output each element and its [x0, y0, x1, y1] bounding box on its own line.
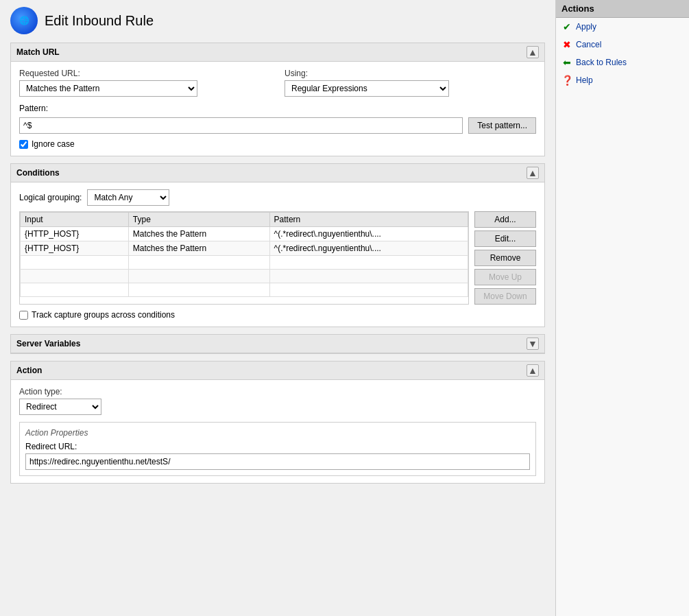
- action-type-select[interactable]: Redirect Rewrite Custom Response Abort R…: [19, 399, 101, 415]
- pattern-input[interactable]: [19, 117, 463, 134]
- table-row-empty-3: [21, 283, 468, 297]
- table-row-empty-2: [21, 270, 468, 283]
- page-header: 🌐 Edit Inbound Rule: [10, 7, 545, 34]
- server-variables-toggle[interactable]: ▼: [527, 337, 539, 350]
- requested-url-select[interactable]: Matches the Pattern Does Not Match the P…: [19, 80, 197, 97]
- track-checkbox[interactable]: [19, 311, 28, 320]
- conditions-buttons: Add... Edit... Remove Move Up Move Down: [474, 211, 536, 305]
- row1-pattern: ^(.*redirect\.nguyentienthu\....: [269, 227, 468, 241]
- track-row: Track capture groups across conditions: [19, 310, 536, 320]
- table-row[interactable]: {HTTP_HOST} Matches the Pattern ^(.*redi…: [21, 241, 468, 256]
- server-variables-section: Server Variables ▼: [10, 334, 545, 354]
- action-section: Action ▲ Action type: Redirect Rewrite C…: [10, 361, 545, 484]
- edit-condition-button[interactable]: Edit...: [474, 230, 536, 247]
- ignore-case-checkbox[interactable]: [19, 140, 28, 149]
- server-variables-title: Server Variables: [16, 339, 80, 348]
- conditions-section: Conditions ▲ Logical grouping: Match All…: [10, 163, 545, 327]
- sidebar-item-back-to-rules[interactable]: ⬅ Back to Rules: [556, 54, 689, 71]
- conditions-data-table: Input Type Pattern {HTTP_HOST} Matches t…: [20, 212, 468, 297]
- col-type: Type: [128, 213, 269, 227]
- pattern-row: Test pattern...: [19, 117, 536, 134]
- using-select[interactable]: Regular Expressions Wildcards Exact Matc…: [285, 80, 449, 97]
- row2-type: Matches the Pattern: [128, 241, 269, 256]
- col-pattern: Pattern: [269, 213, 468, 227]
- conditions-header: Conditions ▲: [11, 164, 544, 182]
- row1-input: {HTTP_HOST}: [21, 227, 129, 241]
- cancel-icon: ✖: [561, 39, 572, 50]
- table-row[interactable]: {HTTP_HOST} Matches the Pattern ^(.*redi…: [21, 227, 468, 241]
- sidebar-item-cancel[interactable]: ✖ Cancel: [556, 36, 689, 54]
- redirect-url-input[interactable]: [25, 453, 530, 470]
- conditions-header-row: Input Type Pattern: [21, 213, 468, 227]
- row1-type: Matches the Pattern: [128, 227, 269, 241]
- match-url-body: Requested URL: Matches the Pattern Does …: [11, 62, 544, 156]
- action-header: Action ▲: [11, 362, 544, 380]
- redirect-url-label: Redirect URL:: [25, 442, 77, 451]
- table-row-empty-1: [21, 256, 468, 270]
- back-label: Back to Rules: [576, 58, 627, 67]
- using-label: Using:: [285, 69, 536, 78]
- page-title: Edit Inbound Rule: [45, 13, 154, 29]
- conditions-toggle[interactable]: ▲: [527, 167, 539, 179]
- sidebar-item-apply[interactable]: ✔ Apply: [556, 18, 689, 36]
- logical-group-label: Logical grouping:: [19, 193, 82, 202]
- using-group: Using: Regular Expressions Wildcards Exa…: [285, 69, 536, 97]
- pattern-group: Pattern:: [19, 104, 536, 113]
- move-down-button[interactable]: Move Down: [474, 288, 536, 305]
- conditions-table: Input Type Pattern {HTTP_HOST} Matches t…: [19, 211, 469, 305]
- sidebar-header: Actions: [556, 0, 689, 18]
- track-label: Track capture groups across conditions: [32, 310, 175, 320]
- action-properties-title: Action Properties: [25, 428, 530, 438]
- match-url-section: Match URL ▲ Requested URL: Matches the P…: [10, 43, 545, 156]
- action-body: Action type: Redirect Rewrite Custom Res…: [11, 380, 544, 483]
- conditions-table-wrap: Input Type Pattern {HTTP_HOST} Matches t…: [19, 211, 536, 305]
- cancel-label: Cancel: [576, 40, 601, 49]
- apply-label: Apply: [576, 22, 596, 32]
- row2-input: {HTTP_HOST}: [21, 241, 129, 256]
- action-properties-box: Action Properties Redirect URL:: [19, 422, 536, 476]
- main-content: 🌐 Edit Inbound Rule Match URL ▲ Requeste…: [0, 0, 555, 616]
- requested-url-group: Requested URL: Matches the Pattern Does …: [19, 69, 271, 97]
- ignore-case-label: Ignore case: [32, 139, 75, 149]
- requested-url-label: Requested URL:: [19, 69, 271, 78]
- conditions-title: Conditions: [16, 168, 60, 178]
- conditions-body: Logical grouping: Match All Match Any In…: [11, 182, 544, 327]
- page-icon: 🌐: [10, 7, 38, 34]
- pattern-label: Pattern:: [19, 104, 48, 113]
- help-label: Help: [576, 75, 593, 85]
- move-up-button[interactable]: Move Up: [474, 269, 536, 285]
- apply-icon: ✔: [561, 21, 572, 32]
- action-toggle[interactable]: ▲: [527, 364, 539, 377]
- action-title: Action: [16, 366, 42, 375]
- server-variables-header: Server Variables ▼: [11, 335, 544, 353]
- match-url-header: Match URL ▲: [11, 43, 544, 62]
- match-url-title: Match URL: [16, 47, 60, 57]
- conditions-tbody: {HTTP_HOST} Matches the Pattern ^(.*redi…: [21, 227, 468, 297]
- match-url-toggle[interactable]: ▲: [527, 46, 539, 58]
- url-using-row: Requested URL: Matches the Pattern Does …: [19, 69, 536, 97]
- col-input: Input: [21, 213, 129, 227]
- ignore-case-row: Ignore case: [19, 139, 536, 149]
- page-icon-glyph: 🌐: [19, 16, 29, 25]
- action-type-label: Action type:: [19, 387, 536, 396]
- action-type-group: Action type: Redirect Rewrite Custom Res…: [19, 387, 536, 415]
- back-icon: ⬅: [561, 57, 572, 68]
- help-icon: ❓: [561, 75, 572, 86]
- sidebar: Actions ✔ Apply ✖ Cancel ⬅ Back to Rules…: [555, 0, 689, 616]
- remove-condition-button[interactable]: Remove: [474, 250, 536, 266]
- add-condition-button[interactable]: Add...: [474, 211, 536, 228]
- test-pattern-button[interactable]: Test pattern...: [468, 117, 536, 134]
- logical-group-select[interactable]: Match All Match Any: [87, 189, 169, 206]
- logical-group-row: Logical grouping: Match All Match Any: [19, 189, 536, 206]
- sidebar-item-help[interactable]: ❓ Help: [556, 71, 689, 89]
- row2-pattern: ^(.*redirect\.nguyentienthu\....: [269, 241, 468, 256]
